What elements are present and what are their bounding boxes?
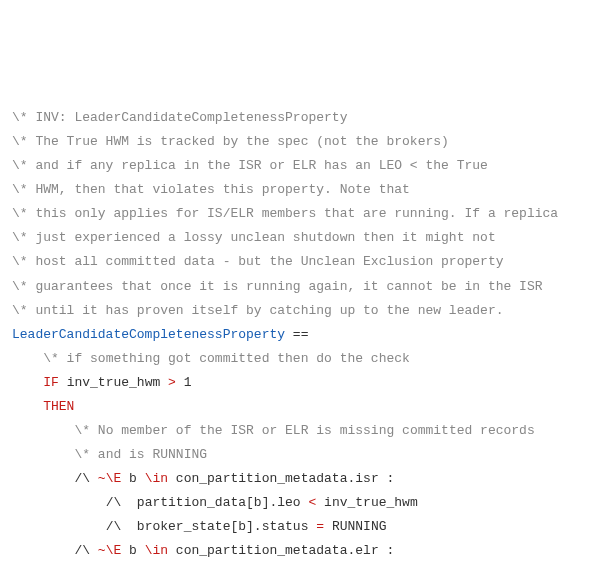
indent (12, 399, 43, 414)
comment-line: \* this only applies for IS/ELR members … (12, 206, 558, 221)
bvar: b (121, 471, 144, 486)
indent (12, 495, 106, 510)
indent (12, 351, 43, 366)
indent (12, 519, 106, 534)
num: 1 (176, 375, 192, 390)
op-gt: > (168, 375, 176, 390)
comment-line: \* and is RUNNING (74, 447, 207, 462)
kw-in: \in (145, 471, 168, 486)
code-block: \* INV: LeaderCandidateCompletenessPrope… (12, 106, 582, 563)
comment-line: \* guarantees that once it is running ag… (12, 279, 543, 294)
comment-line: \* HWM, then that violates this property… (12, 182, 410, 197)
comment-line: \* INV: LeaderCandidateCompletenessPrope… (12, 110, 347, 125)
comment-line: \* The True HWM is tracked by the spec (… (12, 134, 449, 149)
not-exists: ~\E (98, 471, 121, 486)
running: RUNNING (324, 519, 386, 534)
indent (12, 471, 74, 486)
comment-line: \* host all committed data - but the Unc… (12, 254, 503, 269)
indent (12, 375, 43, 390)
leo-expr: partition_data[b].leo (129, 495, 308, 510)
conj: /\ (74, 543, 97, 558)
isr-expr: con_partition_metadata.isr : (168, 471, 394, 486)
indent (12, 447, 74, 462)
elr-expr: con_partition_metadata.elr : (168, 543, 394, 558)
status-expr: broker_state[b].status (129, 519, 316, 534)
kw-in: \in (145, 543, 168, 558)
var: inv_true_hwm (59, 375, 168, 390)
indent (12, 543, 74, 558)
not-exists: ~\E (98, 543, 121, 558)
def-name: LeaderCandidateCompletenessProperty (12, 327, 285, 342)
conj: /\ (74, 471, 97, 486)
op-eq: = (316, 519, 324, 534)
kw-if: IF (43, 375, 59, 390)
kw-then: THEN (43, 399, 74, 414)
comment-line: \* just experienced a lossy unclean shut… (12, 230, 496, 245)
op-eqeq: == (285, 327, 308, 342)
conj: /\ (106, 519, 129, 534)
indent (12, 423, 74, 438)
comment-line: \* if something got committed then do th… (43, 351, 410, 366)
comment-line: \* and if any replica in the ISR or ELR … (12, 158, 488, 173)
bvar: b (121, 543, 144, 558)
comment-line: \* until it has proven itself by catchin… (12, 303, 503, 318)
conj: /\ (106, 495, 129, 510)
comment-line: \* No member of the ISR or ELR is missin… (74, 423, 534, 438)
hwm: inv_true_hwm (316, 495, 417, 510)
